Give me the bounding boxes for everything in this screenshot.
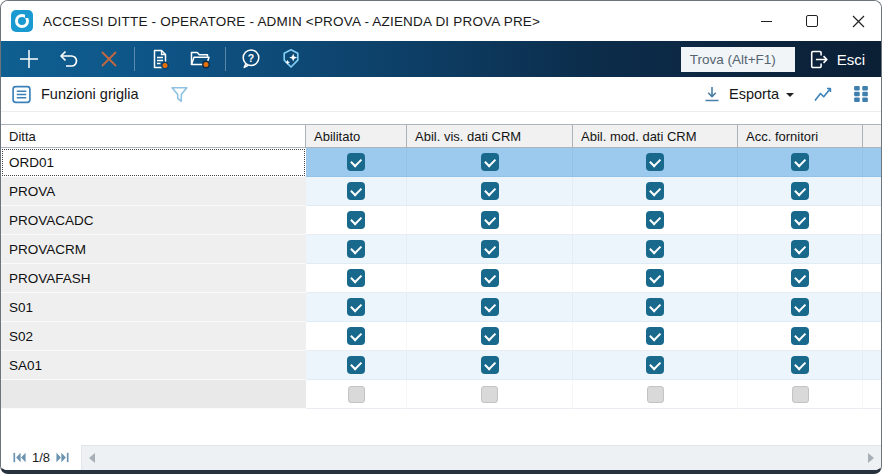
close-button[interactable]	[835, 1, 881, 41]
ditta-cell[interactable]: PROVACRM	[1, 235, 306, 264]
last-record-icon[interactable]	[56, 452, 69, 463]
checkbox-cell[interactable]	[407, 206, 573, 235]
checkbox[interactable]	[347, 182, 365, 200]
checkbox[interactable]	[481, 356, 499, 374]
ai-assistant-button[interactable]	[271, 44, 311, 74]
ditta-cell[interactable]: S01	[1, 293, 306, 322]
checkbox[interactable]	[481, 153, 499, 171]
scroll-left-icon[interactable]	[89, 453, 95, 463]
checkbox[interactable]	[646, 182, 664, 200]
ditta-cell[interactable]: PROVAFASH	[1, 264, 306, 293]
checkbox-cell[interactable]	[306, 380, 407, 409]
checkbox-cell[interactable]	[573, 235, 738, 264]
checkbox-cell[interactable]	[573, 322, 738, 351]
table-row[interactable]: ORD01	[1, 148, 881, 177]
chart-button[interactable]	[812, 84, 835, 104]
checkbox-cell[interactable]	[306, 351, 407, 380]
first-record-icon[interactable]	[13, 452, 26, 463]
table-row[interactable]: PROVACADC	[1, 206, 881, 235]
checkbox[interactable]	[791, 327, 809, 345]
checkbox-cell[interactable]	[306, 264, 407, 293]
ditta-cell[interactable]: SA01	[1, 351, 306, 380]
folder-button[interactable]	[180, 44, 220, 74]
checkbox-cell[interactable]	[738, 177, 863, 206]
checkbox[interactable]	[791, 240, 809, 258]
checkbox[interactable]	[646, 298, 664, 316]
checkbox[interactable]	[791, 182, 809, 200]
checkbox[interactable]	[481, 240, 499, 258]
find-box[interactable]: Trova (Alt+F1)	[681, 47, 795, 72]
help-button[interactable]: ?	[231, 44, 271, 74]
checkbox[interactable]	[347, 153, 365, 171]
checkbox-cell[interactable]	[407, 380, 573, 409]
checkbox-cell[interactable]	[573, 380, 738, 409]
table-row[interactable]: SA01	[1, 351, 881, 380]
maximize-button[interactable]	[789, 1, 835, 41]
checkbox-cell[interactable]	[306, 235, 407, 264]
ditta-cell[interactable]: S02	[1, 322, 306, 351]
column-header-abil-mod-crm[interactable]: Abil. mod. dati CRM	[573, 125, 738, 147]
checkbox[interactable]	[481, 327, 499, 345]
checkbox[interactable]	[791, 269, 809, 287]
checkbox-cell[interactable]	[738, 293, 863, 322]
ditta-cell[interactable]: PROVACADC	[1, 206, 306, 235]
grid-functions-button[interactable]: Funzioni griglia	[11, 84, 139, 105]
checkbox-cell[interactable]	[738, 206, 863, 235]
ditta-cell[interactable]: PROVA	[1, 177, 306, 206]
table-row[interactable]: PROVACRM	[1, 235, 881, 264]
table-row[interactable]: PROVAFASH	[1, 264, 881, 293]
checkbox-cell[interactable]	[573, 148, 738, 177]
checkbox-cell[interactable]	[573, 351, 738, 380]
checkbox-cell[interactable]	[573, 293, 738, 322]
checkbox-cell[interactable]	[738, 351, 863, 380]
column-header-acc-fornitori[interactable]: Acc. fornitori	[738, 125, 863, 147]
checkbox[interactable]	[481, 298, 499, 316]
checkbox[interactable]	[791, 211, 809, 229]
table-row[interactable]: S01	[1, 293, 881, 322]
filter-button[interactable]	[169, 84, 190, 105]
checkbox-cell[interactable]	[738, 264, 863, 293]
checkbox[interactable]	[481, 182, 499, 200]
checkbox[interactable]	[347, 240, 365, 258]
checkbox[interactable]	[347, 269, 365, 287]
checkbox-cell[interactable]	[407, 177, 573, 206]
checkbox-cell[interactable]	[306, 322, 407, 351]
checkbox-cell[interactable]	[407, 293, 573, 322]
checkbox-cell[interactable]	[573, 264, 738, 293]
ditta-cell[interactable]	[1, 380, 306, 409]
checkbox[interactable]	[791, 356, 809, 374]
delete-button[interactable]	[89, 44, 129, 74]
undo-button[interactable]	[49, 44, 89, 74]
checkbox-cell[interactable]	[306, 206, 407, 235]
checkbox[interactable]	[481, 269, 499, 287]
scroll-right-icon[interactable]	[868, 453, 874, 463]
checkbox[interactable]	[646, 356, 664, 374]
checkbox[interactable]	[481, 211, 499, 229]
checkbox-cell[interactable]	[573, 206, 738, 235]
checkbox-cell[interactable]	[306, 293, 407, 322]
checkbox[interactable]	[347, 211, 365, 229]
add-button[interactable]	[9, 44, 49, 74]
checkbox-cell[interactable]	[306, 148, 407, 177]
exit-button[interactable]: Esci	[807, 48, 869, 71]
checkbox-cell[interactable]	[407, 148, 573, 177]
horizontal-scrollbar[interactable]	[81, 445, 881, 470]
checkbox-cell[interactable]	[407, 235, 573, 264]
checkbox[interactable]	[646, 269, 664, 287]
document-button[interactable]	[140, 44, 180, 74]
checkbox-cell[interactable]	[738, 148, 863, 177]
minimize-button[interactable]	[743, 1, 789, 41]
checkbox[interactable]	[791, 153, 809, 171]
checkbox[interactable]	[646, 153, 664, 171]
checkbox[interactable]	[347, 356, 365, 374]
table-row[interactable]	[1, 380, 881, 409]
column-header-ditta[interactable]: Ditta	[1, 125, 306, 147]
export-button[interactable]: Esporta	[702, 84, 794, 104]
checkbox-cell[interactable]	[573, 177, 738, 206]
checkbox[interactable]	[347, 327, 365, 345]
column-header-abil-vis-crm[interactable]: Abil. vis. dati CRM	[407, 125, 573, 147]
checkbox[interactable]	[347, 298, 365, 316]
checkbox-cell[interactable]	[407, 264, 573, 293]
checkbox[interactable]	[791, 298, 809, 316]
checkbox[interactable]	[646, 240, 664, 258]
